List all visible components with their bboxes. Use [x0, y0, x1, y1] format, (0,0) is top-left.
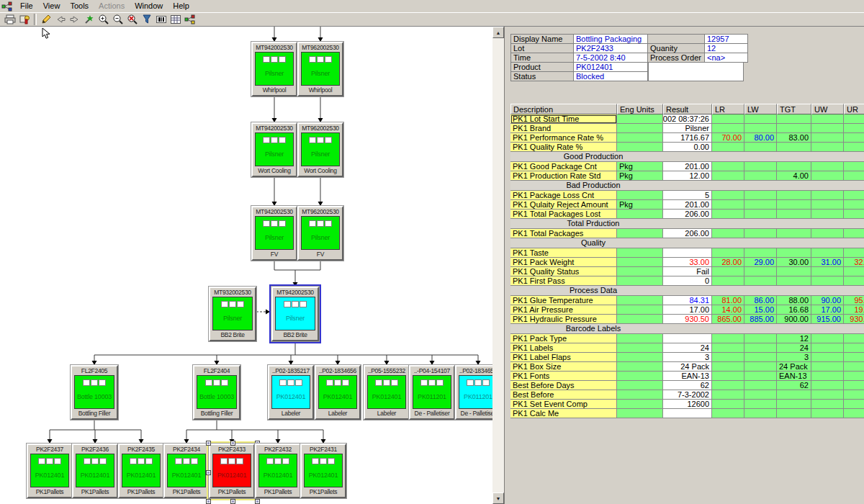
result-row[interactable]: Best Before7-3-2002 — [510, 390, 864, 400]
result-row[interactable]: PK1 Quality Rate %0.00 — [510, 143, 864, 152]
result-row[interactable]: PK1 Package Loss Cnt5 — [510, 191, 864, 200]
node-PK2F2433[interactable]: PK2F2433PK012401PK1Pallets — [209, 444, 255, 498]
print-icon[interactable] — [3, 13, 17, 26]
zoom-cancel-icon[interactable] — [125, 13, 140, 26]
node-FL2F2404[interactable]: FL2F2404Bottle 10003Bottling Filler — [193, 365, 240, 420]
permissions-icon[interactable] — [17, 13, 32, 26]
node-MT932002530[interactable]: MT932002530PilsnerBB2 Brite — [209, 287, 256, 341]
result-row[interactable]: PK1 Good Package CntPkg201.00 — [510, 162, 864, 171]
selection-handle[interactable] — [206, 470, 211, 475]
barcode-icon[interactable] — [154, 13, 168, 26]
grid-view-icon[interactable] — [168, 13, 183, 26]
edit-pencil-icon[interactable] — [39, 13, 53, 26]
node-FL2F2405[interactable]: FL2F2405Bottle 10003Bottling Filler — [71, 365, 118, 420]
result-row[interactable]: Best Before Days6262 — [510, 381, 864, 390]
status-box — [99, 379, 106, 386]
result-row[interactable]: PK1 Hydraulic Pressure930.50865.00885.00… — [510, 315, 864, 324]
result-row[interactable]: PK1 Label Flaps33 — [510, 353, 864, 362]
node-PK2F2431[interactable]: PK2F2431PK012401PK1Pallets — [300, 444, 346, 498]
picker-icon[interactable] — [82, 13, 96, 26]
canvas-vertical-scrollbar[interactable]: ▲ ▼ — [492, 27, 504, 504]
result-row[interactable]: PK1 Production Rate StdPkg12.004.00 — [510, 171, 864, 181]
selection-handle[interactable] — [206, 441, 211, 446]
result-cell — [777, 390, 811, 400]
column-header-lr[interactable]: LR — [712, 104, 744, 114]
selection-handle[interactable] — [206, 499, 211, 504]
result-row[interactable]: PK1 Taste — [510, 248, 864, 258]
zoom-out-icon[interactable] — [111, 13, 125, 26]
section-label: Process Data — [510, 286, 676, 295]
genealogy-icon[interactable] — [183, 13, 197, 26]
info-value[interactable]: PK2F2433 — [574, 44, 649, 53]
column-header-uw[interactable]: UW — [811, 104, 844, 114]
zoom-in-icon[interactable] — [96, 13, 111, 26]
node-P021834656[interactable]: ..P02-1834656PK012401Labeler — [315, 365, 361, 420]
column-header-eng-units[interactable]: Eng Units — [617, 104, 663, 114]
result-row[interactable]: PK1 Total Packages206.00 — [510, 229, 864, 238]
result-row[interactable]: PK1 Box Size24 Pack24 Pack — [510, 362, 864, 372]
result-row[interactable]: PK1 FontsEAN-13EAN-13 — [510, 372, 864, 381]
node-PK2F2435[interactable]: PK2F2435PK012401PK1Pallets — [118, 444, 164, 498]
node-status-boxes-icon — [259, 458, 297, 464]
info-value[interactable]: Blocked — [574, 72, 649, 81]
info-value[interactable]: 7-5-2002 8:40 — [574, 53, 649, 63]
node-MT942002530[interactable]: MT942002530PilsnerFV — [251, 206, 297, 261]
genealogy-canvas[interactable]: MT942002530PilsnerWhirlpoolMT962002530Pi… — [0, 27, 493, 504]
node-MT962002530[interactable]: MT962002530PilsnerWort Cooling — [297, 122, 343, 177]
menu-view[interactable]: View — [38, 0, 66, 12]
node-MT962002530[interactable]: MT962002530PilsnerFV — [297, 206, 343, 261]
column-header-tgt[interactable]: TGT — [777, 104, 811, 114]
column-header-description[interactable]: Description — [510, 104, 617, 114]
result-cell — [811, 133, 844, 143]
selection-handle[interactable] — [230, 441, 235, 446]
result-row[interactable]: PK1 First Pass0 — [510, 276, 864, 286]
menu-actions[interactable]: Actions — [94, 0, 130, 12]
result-row[interactable]: PK1 Set Event Comp12600 — [510, 400, 864, 409]
result-row[interactable]: PK1 Qulaity Reject AmountPkg201.00 — [510, 200, 864, 210]
menu-help[interactable]: Help — [168, 0, 194, 12]
node-PK2F2437[interactable]: PK2F2437PK012401PK1Pallets — [27, 444, 73, 498]
result-row[interactable]: PK1 Air Pressure17.0014.0015.0016.6817.0… — [510, 305, 864, 315]
node-P021835217[interactable]: ..P02-1835217PK012401Labeler — [268, 365, 314, 420]
nav-forward-icon[interactable] — [68, 13, 82, 26]
node-P04154107[interactable]: ..-P04-154107PK011201De - Palletiser — [409, 365, 455, 420]
result-row[interactable]: PK1 Pack Type12 — [510, 334, 864, 343]
menu-tools[interactable]: Tools — [65, 0, 94, 12]
node-PK2F2436[interactable]: PK2F2436PK012401PK1Pallets — [72, 444, 118, 498]
node-MT942002530[interactable]: MT942002530PilsnerBB2 Brite — [271, 287, 319, 341]
column-header-lw[interactable]: LW — [744, 104, 777, 114]
column-header-result[interactable]: Result — [663, 104, 712, 114]
info-value[interactable]: PK012401 — [574, 63, 649, 72]
result-row[interactable]: PK1 Lot Start Time2002 08:37:26 — [510, 114, 864, 124]
selection-handle[interactable] — [230, 499, 235, 504]
nav-back-icon[interactable] — [53, 13, 68, 26]
result-row[interactable]: PK1 Calc Me — [510, 409, 864, 418]
node-MT942002530[interactable]: MT942002530PilsnerWhirlpool — [251, 42, 297, 96]
scroll-down-button[interactable]: ▼ — [492, 492, 504, 504]
menu-window[interactable]: Window — [130, 0, 168, 12]
result-row[interactable]: PK1 BrandPilsner — [510, 124, 864, 133]
node-P051555232[interactable]: ..P05-1555232PK012401Labeler — [364, 365, 410, 420]
info-value[interactable]: Bottling Packaging — [574, 35, 649, 44]
scroll-up-button[interactable]: ▲ — [492, 27, 504, 38]
info-value[interactable]: <na> — [705, 53, 748, 63]
result-cell: 885.00 — [744, 315, 777, 324]
node-MT942002530[interactable]: MT942002530PilsnerWort Cooling — [251, 122, 297, 177]
info-value[interactable]: 12957 — [705, 35, 748, 44]
result-row[interactable]: PK1 Labels2424 — [510, 343, 864, 353]
result-row[interactable]: PK1 Quality StatusFail — [510, 267, 864, 276]
column-header-ur[interactable]: UR — [844, 104, 864, 114]
status-box — [263, 220, 270, 227]
result-row[interactable]: PK1 Pack Weight33.0028.0029.0030.0031.00… — [510, 258, 864, 267]
node-P021834656[interactable]: ..P02-1834656PK011201De - Palletiser — [455, 365, 493, 420]
result-row[interactable]: PK1 Glue Temperature84.3181.0086.0088.00… — [510, 296, 864, 305]
result-row[interactable]: PK1 Total Packages Lost206.00 — [510, 210, 864, 219]
result-row[interactable]: PK1 Performance Rate %1716.6770.0080.008… — [510, 133, 864, 143]
node-PK2F2434[interactable]: PK2F2434PK012401PK1Pallets — [163, 444, 210, 498]
selection-handle[interactable] — [255, 499, 260, 504]
node-MT962002530[interactable]: MT962002530PilsnerWhirlpool — [297, 42, 343, 96]
info-value[interactable]: 12 — [705, 44, 748, 53]
view-filter-icon[interactable] — [140, 13, 154, 26]
node-PK2F2432[interactable]: PK2F2432PK012401PK1Pallets — [255, 444, 301, 498]
menu-file[interactable]: File — [15, 0, 38, 12]
